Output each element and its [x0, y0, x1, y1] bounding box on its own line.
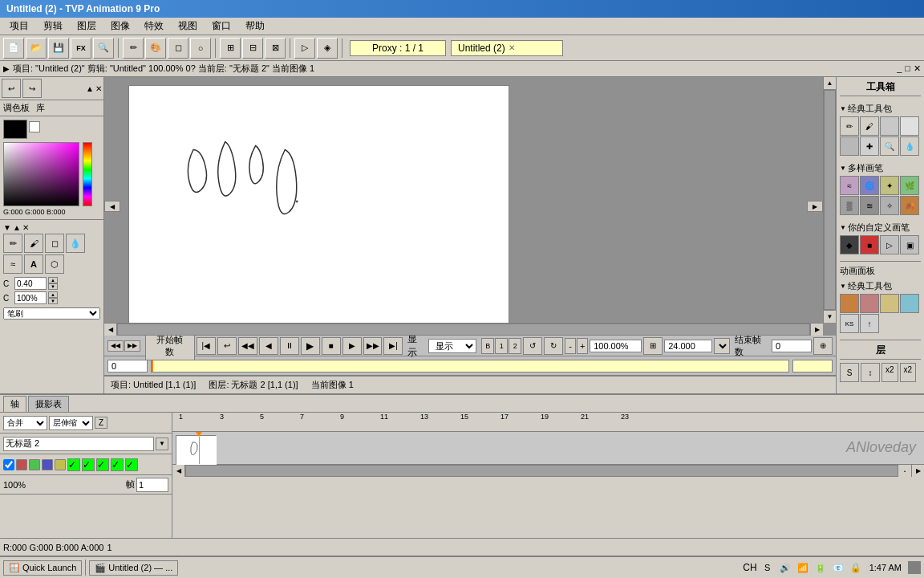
spin-up2[interactable]: ▲	[48, 291, 58, 298]
tl-scroll-right[interactable]: ▶	[911, 465, 924, 477]
layer-name-input[interactable]	[3, 437, 154, 451]
menu-item-view[interactable]: 视图	[172, 18, 204, 35]
two-btn[interactable]: 2	[509, 338, 521, 354]
layer-vis3[interactable]: ✓	[96, 458, 109, 471]
plus-btn[interactable]: +	[577, 338, 588, 354]
clip-5[interactable]: KS	[840, 314, 859, 333]
tray-icon6[interactable]: 🔒	[849, 560, 863, 575]
spin-down2[interactable]: ▼	[48, 298, 58, 304]
tray-icon2[interactable]: 🔊	[778, 560, 792, 575]
taskbar-app-btn[interactable]: 🎬 Untitled (2) — ...	[89, 560, 178, 576]
tool-select[interactable]	[840, 136, 859, 156]
undo-btn[interactable]: ↩	[2, 79, 21, 98]
brush-select[interactable]: 笔刷	[3, 307, 100, 320]
end-frame-input[interactable]	[772, 340, 812, 352]
active-color-swatch[interactable]	[3, 120, 27, 139]
color-gradient[interactable]	[3, 142, 79, 206]
stop-btn[interactable]: ■	[322, 337, 341, 355]
pencil-tool[interactable]: ✏	[3, 234, 22, 253]
layer-vis5[interactable]: ✓	[125, 458, 138, 471]
back-btn[interactable]: ◀◀	[238, 337, 257, 355]
back-step-btn[interactable]: ◀	[259, 337, 278, 355]
prev-frame-btn[interactable]: |◀	[197, 337, 216, 355]
next-frame-btn[interactable]: ▶|	[383, 337, 403, 355]
spin-up1[interactable]: ▲	[48, 277, 58, 283]
layer-vis4[interactable]: ✓	[111, 458, 124, 471]
menu-item-effects[interactable]: 特效	[138, 18, 170, 35]
mbrush-7[interactable]: ✧	[880, 196, 899, 215]
tab-colorboard[interactable]: 调色板	[0, 100, 33, 116]
transport-nav-left[interactable]: ◀◀	[107, 340, 124, 352]
pause-btn[interactable]: ⏸	[280, 337, 299, 355]
zoom-btn[interactable]: 🔍	[93, 38, 114, 59]
menu-item-image[interactable]: 图像	[104, 18, 136, 35]
layer-x2-btn2[interactable]: x2	[900, 363, 917, 382]
cbrush-4[interactable]: ▣	[900, 235, 919, 254]
tab-axis[interactable]: 轴	[3, 396, 26, 412]
layer-move-btn[interactable]: ↕	[861, 363, 880, 382]
menu-item-window[interactable]: 窗口	[205, 18, 237, 35]
clip-2[interactable]	[860, 294, 879, 313]
mbrush-2[interactable]: 🌀	[860, 176, 879, 195]
panel-close-btn[interactable]: ✕	[95, 84, 102, 93]
tab-close-btn[interactable]: ✕	[509, 43, 515, 52]
bg-color-swatch[interactable]	[29, 121, 40, 132]
c-spinner2[interactable]: ▲ ▼	[48, 291, 58, 304]
tl-select2[interactable]: 层伸缩	[49, 416, 93, 430]
tool-pen[interactable]: ✏	[840, 116, 859, 136]
play-btn2[interactable]: ▶	[301, 337, 320, 355]
redo-btn[interactable]: ↪	[22, 79, 42, 98]
tl-scroll-thumb[interactable]	[185, 465, 898, 477]
menu-item-layer[interactable]: 图层	[71, 18, 103, 35]
c-input1[interactable]	[14, 277, 47, 290]
brush-tool[interactable]: 🖌	[24, 234, 43, 253]
layer-x2-btn1[interactable]: x2	[881, 363, 898, 382]
refresh-btn[interactable]: ↻	[544, 337, 563, 355]
start-btn[interactable]: 🪟 Quick Launch	[3, 560, 82, 576]
cbrush-2[interactable]: ■	[860, 235, 879, 254]
info-bar-expand[interactable]: ▶	[3, 64, 10, 73]
menu-item-clip[interactable]: 剪辑	[37, 18, 69, 35]
onion-btn[interactable]: ◈	[317, 38, 338, 59]
tray-icon3[interactable]: 📶	[796, 560, 810, 575]
fwd-btn[interactable]: ▶▶	[363, 337, 383, 355]
tool-eyedrop[interactable]: 💧	[900, 136, 919, 156]
save-btn[interactable]: 💾	[48, 38, 69, 59]
layer-s-btn[interactable]: S	[840, 363, 859, 382]
airbrush-tool[interactable]: ≈	[3, 254, 22, 274]
back-loop-btn[interactable]: ↩	[217, 337, 237, 355]
tl-scroll-left[interactable]: ◀	[172, 465, 185, 477]
one-btn[interactable]: 1	[495, 338, 508, 354]
new-btn[interactable]: 📄	[3, 38, 24, 59]
tool-zoom[interactable]: 🔍	[880, 136, 899, 156]
frame-num-input[interactable]	[136, 478, 168, 492]
info-restore-btn[interactable]: □	[905, 63, 910, 74]
grid-btn[interactable]: ⊞	[220, 38, 241, 59]
clip-1[interactable]	[840, 294, 859, 313]
scroll-thumb-h[interactable]	[117, 324, 810, 336]
z-btn[interactable]: Z	[95, 417, 107, 429]
menu-item-help[interactable]: 帮助	[239, 18, 271, 35]
zoom-input[interactable]	[590, 340, 642, 352]
fx-btn[interactable]: FX	[71, 38, 91, 59]
tab-exposure[interactable]: 摄影表	[28, 396, 69, 412]
zoom-fit-btn[interactable]: ⊞	[643, 337, 663, 355]
panel2-close2[interactable]: ✕	[22, 223, 29, 232]
tool-fill[interactable]	[880, 116, 899, 136]
tab-library[interactable]: 库	[33, 100, 48, 116]
info-close-btn[interactable]: ✕	[914, 63, 921, 74]
mbrush-6[interactable]: ≋	[860, 196, 879, 215]
rect-btn[interactable]: ◻	[168, 38, 188, 59]
clip-3[interactable]	[880, 294, 899, 313]
scroll-left-btn[interactable]: ◀	[104, 324, 117, 336]
grid3-btn[interactable]: ⊠	[265, 38, 286, 59]
cbrush-1[interactable]: ◆	[840, 235, 859, 254]
loop-btn[interactable]: ↺	[523, 337, 542, 355]
eraser-tool[interactable]: ◻	[45, 234, 64, 253]
fps-select[interactable]: ▼	[714, 338, 730, 354]
c-input2[interactable]	[14, 291, 47, 304]
mbrush-1[interactable]: ≈	[840, 176, 859, 195]
spin-down1[interactable]: ▼	[48, 283, 58, 290]
color-swap-btn[interactable]	[29, 132, 40, 137]
layer-vis1[interactable]: ✓	[67, 458, 80, 471]
